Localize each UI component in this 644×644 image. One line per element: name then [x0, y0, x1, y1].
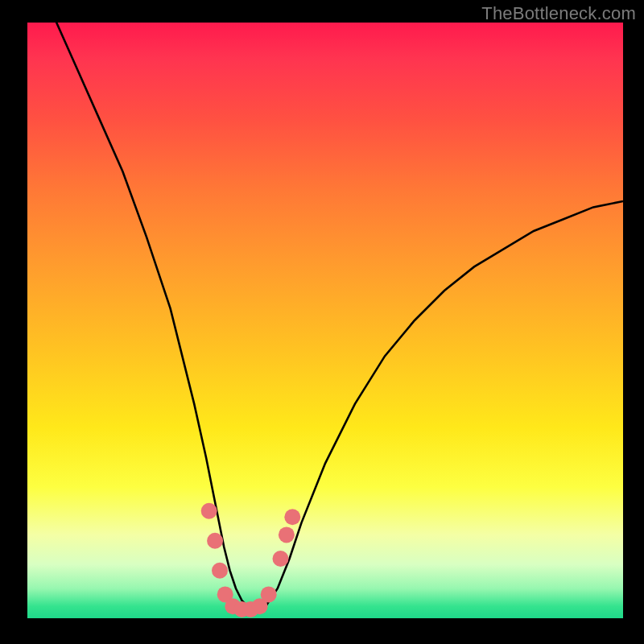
data-marker	[284, 509, 300, 525]
data-marker	[207, 533, 223, 549]
watermark-text: TheBottleneck.com	[481, 3, 636, 24]
data-marker	[201, 503, 217, 519]
data-marker	[261, 586, 277, 602]
marker-group	[201, 503, 301, 617]
plot-area	[27, 23, 623, 618]
bottleneck-curve	[27, 23, 623, 613]
data-marker	[212, 563, 228, 579]
data-marker	[279, 526, 295, 543]
curve-layer	[27, 23, 623, 618]
chart-frame: TheBottleneck.com	[0, 0, 644, 644]
data-marker	[273, 551, 289, 567]
